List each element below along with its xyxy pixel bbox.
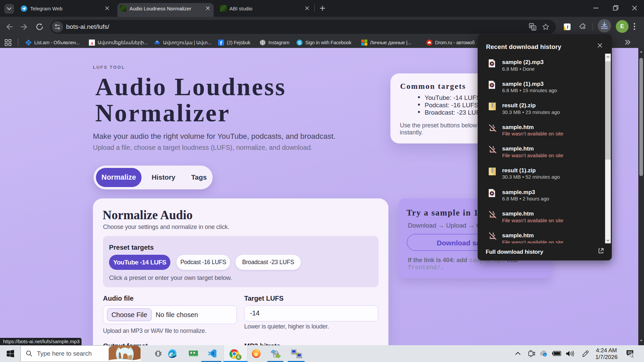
svg-text:文: 文 <box>532 27 535 30</box>
svg-text:l: l <box>567 24 568 29</box>
svg-text:S: S <box>298 41 301 45</box>
svg-text:1: 1 <box>631 353 633 357</box>
svg-text:a: a <box>91 40 93 46</box>
